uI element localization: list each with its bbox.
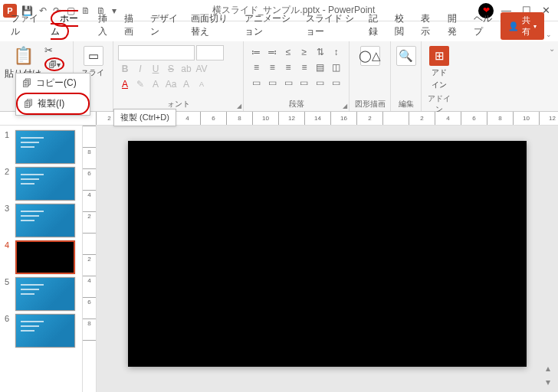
collapse-ribbon-icon[interactable]: ⌄ [549,44,555,53]
slide-thumbnail[interactable] [15,204,75,237]
current-slide[interactable] [128,141,527,367]
align-top-button[interactable]: ▭ [248,75,264,90]
thumbnail-row[interactable]: 5 [0,276,82,312]
align-right-button[interactable]: ≡ [281,60,297,75]
ruler-tick: 6 [461,112,487,126]
tab-design[interactable]: デザイン [144,9,184,41]
tab-help[interactable]: ヘルプ [468,9,501,41]
font-family-select[interactable] [118,45,195,60]
shrink-font-button[interactable]: A [195,77,208,91]
strike-button[interactable]: S [164,62,178,76]
ruler-tick: 12 [539,112,558,126]
justify-button[interactable]: ≡ [296,60,312,75]
menu-item-duplicate[interactable]: 🗐 複製(I) [16,93,90,115]
tab-home[interactable]: ホーム [44,9,91,41]
align-bot-button[interactable]: ▭ [281,75,297,90]
smartart-button[interactable]: ◫ [328,60,344,75]
cut-icon[interactable]: ✂ [44,44,64,56]
line-spacing-button[interactable]: ⇅ [312,44,328,60]
align-mid-button[interactable]: ▭ [264,75,281,90]
bold-button[interactable]: B [118,62,132,76]
ruler-tick [83,340,96,361]
convert-button[interactable]: ▭ [328,75,344,90]
group-editing: 🔍 編集 [391,41,422,111]
dialog-launcher-icon[interactable]: ◢ [237,103,241,109]
ruler-tick: 6 [200,112,226,126]
thumbnail-row[interactable]: 6 [0,312,82,349]
ruler-tick: 10 [252,112,278,126]
slide-thumbnail[interactable] [15,240,75,274]
tab-developer[interactable]: 開発 [441,9,468,41]
numbering-button[interactable]: ≕ [264,44,281,60]
shapes-button[interactable]: ◯△ [357,44,383,67]
font-color-button[interactable]: A [118,77,132,91]
addin-button[interactable]: ⊞ アド イン [426,44,452,92]
slide-canvas[interactable]: ▴ ▾ [97,126,558,392]
ruler-vertical: 86422468 [83,126,97,392]
tab-record[interactable]: 記録 [363,9,389,41]
thumbnail-row[interactable]: 1 [0,129,82,165]
workarea: 123456 86422468 ▴ ▾ [0,126,558,392]
menu-item-copy[interactable]: 🗐 コピー(C) [16,74,90,93]
tab-transitions[interactable]: 画面切り替え [185,9,239,41]
tab-animations[interactable]: アニメーション [238,9,300,41]
clear-format-button[interactable]: A [149,77,162,91]
indent-dec-button[interactable]: ≤ [281,44,297,60]
thumbnail-row[interactable]: 3 [0,202,82,239]
grow-font-button[interactable]: A [179,77,193,91]
ruler-tick: 2 [83,254,96,276]
tab-slideshow[interactable]: スライド ショー [300,9,363,41]
text-shadow-button[interactable]: ab [179,62,193,76]
copy-icon: 🗐 [22,78,31,89]
italic-button[interactable]: I [133,62,147,76]
highlight-button[interactable]: ✎ [133,77,147,91]
columns-button[interactable]: ▤ [312,60,328,75]
underline-button[interactable]: U [149,62,162,76]
ruler-tick: 4 [174,112,200,126]
ruler-tick [83,233,96,254]
group-font: B I U S ab AV A ✎ A Aa A A ォント ◢ [113,41,244,111]
next-slide-button[interactable]: ▾ [543,377,553,387]
thumbnail-row[interactable]: 2 [0,165,82,202]
tab-insert[interactable]: 挿入 [92,9,118,41]
dialog-launcher-icon[interactable]: ◢ [343,103,347,109]
ruler-tick [382,112,409,126]
align-left-button[interactable]: ≡ [248,60,264,75]
thumbnail-number: 2 [5,167,12,176]
distribute-button[interactable]: ▭ [296,75,312,90]
thumbnail-row[interactable]: 4 [0,239,82,276]
find-button[interactable]: 🔍 [393,44,419,67]
copy-split-button[interactable]: 🗐▾ [44,57,64,71]
char-spacing-button[interactable]: AV [195,62,208,76]
slide-thumbnail[interactable] [15,277,75,311]
bullets-button[interactable]: ≔ [248,44,264,60]
share-button[interactable]: 👤 共有 ▾ [501,12,544,40]
tab-draw[interactable]: 描画 [118,9,144,41]
ribbon: 📋 貼り付け ▾ ✂ 🗐▾ 🗐 コピー(C) 🗐 複製(I) [0,41,558,112]
font-size-select[interactable] [196,45,224,60]
group-addin: ⊞ アド イン アドイン [422,41,457,111]
slide-thumbnail-pane[interactable]: 123456 [0,126,83,392]
tab-review[interactable]: 校閲 [389,9,415,41]
thumbnail-number: 5 [5,277,12,286]
align-center-button[interactable]: ≡ [264,60,281,75]
ruler-tick: 8 [83,318,96,340]
ruler-tick: 14 [304,112,330,126]
ribbon-display-options[interactable]: ⌄ [544,28,553,41]
ruler-tick: 2 [409,112,435,126]
text-direction-button[interactable]: ↕ [328,44,344,60]
indent-inc-button[interactable]: ≥ [296,44,312,60]
home-highlight: ホーム [51,10,78,40]
tab-view[interactable]: 表示 [415,9,441,41]
group-clipboard: 📋 貼り付け ▾ ✂ 🗐▾ 🗐 コピー(C) 🗐 複製(I) [0,41,74,111]
rotate-button[interactable]: ▭ [312,75,328,90]
slide-thumbnail[interactable] [15,130,75,164]
slide-thumbnail[interactable] [15,314,75,348]
tab-file[interactable]: ファイル [5,9,44,41]
copy-dropdown[interactable]: 🗐▾ 🗐 コピー(C) 🗐 複製(I) [44,57,64,71]
change-case-button[interactable]: Aa [164,77,178,91]
prev-slide-button[interactable]: ▴ [543,363,553,374]
chevron-down-icon: ▾ [533,23,537,30]
ribbon-tabs: ファイル ホーム 挿入 描画 デザイン 画面切り替え アニメーション スライド … [0,21,558,41]
slide-thumbnail[interactable] [15,167,75,201]
